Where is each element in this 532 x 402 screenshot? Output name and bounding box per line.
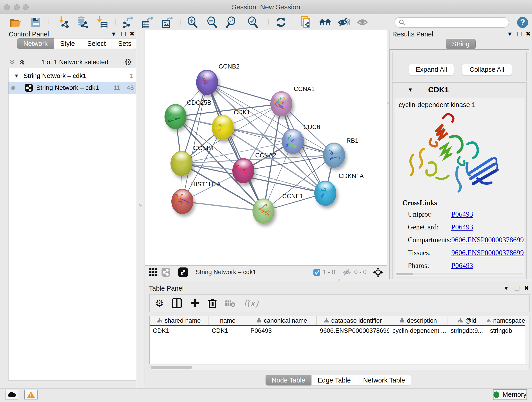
- crosslink-value-link[interactable]: 9606.ENSP00000378699: [451, 249, 524, 257]
- panel-close-icon[interactable]: ✖: [129, 31, 134, 38]
- panel-close-icon[interactable]: ✖: [526, 31, 531, 38]
- left-splitter-handle[interactable]: [139, 204, 142, 206]
- network-node-hist1h1a[interactable]: [171, 189, 193, 214]
- hidden-eye-icon[interactable]: [343, 269, 352, 276]
- table-settings-gear-icon[interactable]: ⚙: [155, 298, 164, 309]
- zoom-out-button[interactable]: [206, 16, 219, 28]
- tab-select[interactable]: Select: [81, 38, 112, 49]
- table-cell[interactable]: CDK1: [150, 327, 209, 334]
- zoom-fit-button[interactable]: [225, 16, 238, 28]
- section-expander-icon[interactable]: ▼: [408, 87, 413, 93]
- warnings-button[interactable]: [24, 390, 38, 400]
- left-splitter[interactable]: [136, 30, 145, 388]
- open-in-window-icon[interactable]: [178, 267, 188, 277]
- crosshair-icon[interactable]: [373, 267, 384, 278]
- column-header-database-identifier[interactable]: database identifier: [317, 316, 389, 325]
- right-splitter-handle[interactable]: [387, 102, 389, 104]
- right-splitter[interactable]: [387, 30, 389, 281]
- collapse-all-button[interactable]: Collapse All: [462, 64, 512, 75]
- network-node-ccna2[interactable]: [232, 158, 254, 183]
- crosslink-value-link[interactable]: P06493: [451, 262, 473, 270]
- network-node-ccne1[interactable]: [253, 198, 274, 224]
- column-header-canonical-name[interactable]: canonical name: [247, 316, 317, 325]
- network-node-rb1[interactable]: [323, 143, 345, 168]
- column-header-shared-name[interactable]: shared name: [150, 316, 209, 325]
- hide-selected-button[interactable]: [337, 16, 350, 28]
- crosslink-value-link[interactable]: P06493: [451, 223, 473, 231]
- add-column-icon[interactable]: [190, 298, 200, 308]
- column-header-@id[interactable]: @id: [447, 316, 487, 325]
- table-vertical-scrollbar[interactable]: [525, 316, 530, 364]
- zoom-in-button[interactable]: [186, 16, 199, 28]
- network-collection-row[interactable]: ▼ String Network – cdk1 1: [8, 70, 138, 82]
- export-image-button[interactable]: [160, 16, 173, 28]
- search-input[interactable]: [408, 18, 509, 27]
- tab-node-table[interactable]: Node Table: [266, 375, 311, 385]
- panel-menu-icon[interactable]: ▼: [503, 285, 509, 292]
- expand-all-button[interactable]: Expand All: [409, 64, 454, 75]
- tree-expander-icon[interactable]: ▼: [14, 73, 19, 79]
- zoom-selected-button[interactable]: [246, 16, 259, 28]
- copy-network-button[interactable]: [300, 16, 313, 28]
- tab-sets[interactable]: Sets: [112, 38, 138, 49]
- network-node-ccnb1[interactable]: [171, 151, 192, 176]
- bottom-splitter-handle[interactable]: [338, 279, 340, 281]
- column-header-namespace[interactable]: namespace: [487, 316, 525, 325]
- table-horizontal-scrollbar[interactable]: [149, 365, 530, 370]
- first-neighbors-button[interactable]: [319, 16, 332, 28]
- protein-section-header[interactable]: ▼ CDK1: [393, 83, 526, 97]
- function-builder-icon[interactable]: f(x): [244, 298, 259, 308]
- tab-string[interactable]: String: [446, 39, 476, 49]
- network-node-ccnb2[interactable]: [196, 70, 218, 95]
- import-network-database-button[interactable]: [76, 16, 89, 28]
- import-table-button[interactable]: [96, 16, 109, 28]
- open-session-button[interactable]: [9, 16, 22, 28]
- table-cell[interactable]: 9606.ENSP00000378699: [317, 327, 389, 334]
- search-field[interactable]: [394, 17, 509, 28]
- table-row[interactable]: CDK1CDK1P064939606.ENSP00000378699cyclin…: [150, 326, 530, 336]
- columns-icon[interactable]: [172, 298, 182, 308]
- export-table-button[interactable]: [141, 16, 153, 28]
- network-canvas[interactable]: CCNB2CCNA1CDC25BCDK1CDC6RB1CCNB1CCNA2CDK…: [145, 30, 387, 265]
- column-header-description[interactable]: description: [389, 316, 447, 325]
- refresh-button[interactable]: [274, 16, 287, 28]
- save-session-button[interactable]: [29, 16, 42, 28]
- network-node-ccna1[interactable]: [270, 91, 292, 116]
- column-header-name[interactable]: name: [209, 316, 247, 325]
- crosslink-value-link[interactable]: P06493: [451, 210, 473, 218]
- panel-float-icon[interactable]: ❑: [514, 285, 520, 292]
- expand-all-icon[interactable]: [18, 59, 25, 65]
- table-cell[interactable]: stringdb:9...: [447, 327, 487, 334]
- show-all-button[interactable]: [356, 16, 369, 28]
- results-horizontal-scrollbar[interactable]: [396, 273, 523, 275]
- delete-column-icon[interactable]: [208, 298, 217, 308]
- table-cell[interactable]: CDK1: [209, 327, 247, 334]
- collapse-all-icon[interactable]: [9, 59, 16, 65]
- import-network-file-button[interactable]: [57, 16, 70, 28]
- network-row-selected[interactable]: String Network – cdk1 11 48: [8, 82, 138, 94]
- tab-network[interactable]: Network: [17, 38, 54, 49]
- tab-style[interactable]: Style: [54, 38, 81, 49]
- export-network-button[interactable]: [121, 16, 134, 28]
- network-view-icon[interactable]: [161, 268, 171, 277]
- selected-checkbox-icon[interactable]: [313, 269, 321, 276]
- memory-button[interactable]: Memory: [493, 389, 527, 400]
- tab-edge-table[interactable]: Edge Table: [311, 375, 357, 385]
- network-node-cdc6[interactable]: [282, 129, 304, 154]
- tab-network-table[interactable]: Network Table: [357, 375, 411, 385]
- crosslink-value-link[interactable]: 9606.ENSP00000378699: [451, 236, 524, 244]
- table-cell[interactable]: stringdb: [487, 327, 525, 334]
- grid-view-icon[interactable]: [149, 268, 158, 277]
- delete-table-icon[interactable]: [225, 299, 236, 307]
- cloud-status-button[interactable]: [5, 390, 18, 400]
- panel-menu-icon[interactable]: ▼: [111, 31, 117, 38]
- network-node-cdkn1a[interactable]: [314, 181, 336, 206]
- panel-float-icon[interactable]: ❑: [121, 31, 126, 38]
- panel-menu-icon[interactable]: ▼: [507, 31, 513, 38]
- table-cell[interactable]: cyclin-dependent ...: [389, 327, 447, 334]
- panel-float-icon[interactable]: ❑: [517, 31, 522, 38]
- gear-icon[interactable]: ⚙: [124, 57, 132, 67]
- table-cell[interactable]: P06493: [247, 327, 317, 334]
- network-edge[interactable]: [182, 201, 264, 211]
- help-button[interactable]: ?: [517, 17, 528, 28]
